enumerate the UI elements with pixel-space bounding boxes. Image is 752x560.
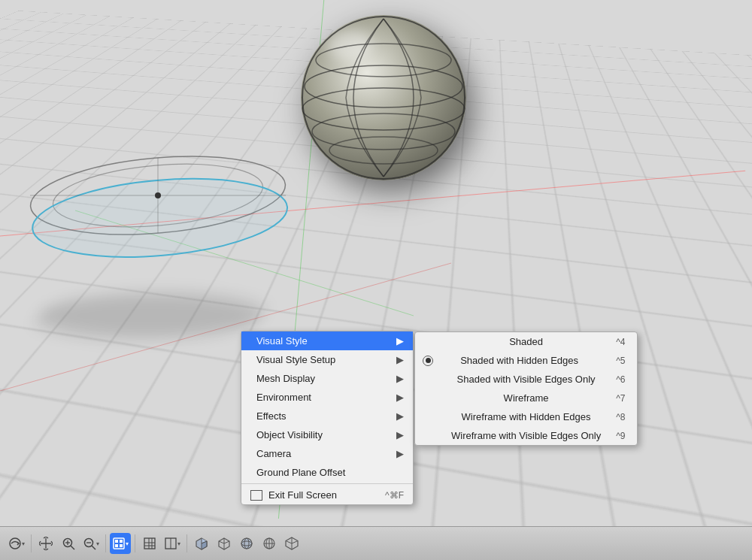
grid-button[interactable] bbox=[139, 533, 160, 554]
fullscreen-icon bbox=[250, 490, 262, 501]
zoom-region-button[interactable]: ▾ bbox=[80, 533, 102, 554]
svg-line-35 bbox=[219, 541, 224, 543]
view-corner-icon bbox=[285, 537, 299, 550]
menu-separator bbox=[241, 483, 413, 484]
arrow-icon: ▶ bbox=[396, 354, 404, 365]
svg-point-4 bbox=[29, 169, 290, 266]
panel-dropdown-arrow[interactable]: ▾ bbox=[177, 540, 180, 547]
sphere-container bbox=[301, 15, 466, 180]
viewport: Visual Style ▶ Visual Style Setup ▶ Mesh… bbox=[0, 0, 752, 526]
zoom-fit-icon bbox=[62, 537, 75, 550]
sep3 bbox=[135, 534, 135, 552]
submenu-item-wireframe-visible[interactable]: Wireframe with Visible Edges Only ^9 bbox=[415, 426, 637, 445]
grid-icon bbox=[143, 537, 156, 550]
arrow-icon: ▶ bbox=[396, 429, 404, 440]
sphere-wireframe bbox=[301, 15, 466, 180]
view-shaded-button[interactable] bbox=[191, 533, 212, 554]
context-menu: Visual Style ▶ Visual Style Setup ▶ Mesh… bbox=[241, 331, 414, 505]
zoom-region-icon bbox=[83, 537, 96, 550]
menu-item-effects[interactable]: Effects ▶ bbox=[241, 407, 413, 425]
view-shaded-icon bbox=[195, 537, 208, 550]
submenu-item-wireframe-hidden[interactable]: Wireframe with Hidden Edges ^8 bbox=[415, 407, 637, 426]
svg-rect-23 bbox=[120, 540, 123, 543]
visual-style-submenu: Shaded ^4 Shaded with Hidden Edges ^5 Sh… bbox=[414, 331, 638, 446]
svg-point-8 bbox=[305, 65, 462, 107]
arrow-icon: ▶ bbox=[396, 335, 404, 347]
svg-line-15 bbox=[71, 546, 74, 549]
svg-point-10 bbox=[312, 114, 455, 150]
menu-item-visual-style[interactable]: Visual Style ▶ bbox=[241, 331, 413, 350]
menu-item-ground-plane[interactable]: Ground Plane Offset bbox=[241, 463, 413, 482]
arrow-icon: ▶ bbox=[396, 410, 404, 422]
pan-button[interactable] bbox=[35, 533, 56, 554]
display-dropdown-arrow[interactable]: ▾ bbox=[126, 540, 129, 547]
arrow-icon: ▶ bbox=[396, 373, 404, 384]
menu-item-visual-style-setup[interactable]: Visual Style Setup ▶ bbox=[241, 350, 413, 369]
display-mode-button[interactable]: ▾ bbox=[110, 533, 131, 554]
orbit-dropdown-arrow[interactable]: ▾ bbox=[22, 540, 25, 547]
pan-icon bbox=[39, 537, 53, 550]
svg-point-12 bbox=[302, 17, 465, 179]
arrow-icon: ▶ bbox=[396, 448, 404, 459]
view-wireframe-button[interactable] bbox=[214, 533, 235, 554]
menu-item-camera[interactable]: Camera ▶ bbox=[241, 444, 413, 463]
svg-rect-25 bbox=[120, 544, 123, 547]
disk-container bbox=[23, 60, 293, 331]
submenu-item-shaded-hidden[interactable]: Shaded with Hidden Edges ^5 bbox=[415, 351, 637, 370]
view-globe-button[interactable] bbox=[259, 533, 280, 554]
menu-item-mesh-display[interactable]: Mesh Display ▶ bbox=[241, 369, 413, 388]
view-corner-button[interactable] bbox=[281, 533, 302, 554]
svg-point-7 bbox=[316, 44, 451, 77]
svg-point-37 bbox=[241, 538, 252, 549]
submenu-item-shaded[interactable]: Shaded ^4 bbox=[415, 332, 637, 351]
svg-line-19 bbox=[92, 546, 96, 549]
zoom-dropdown-arrow[interactable]: ▾ bbox=[96, 540, 99, 547]
orbit-button[interactable]: ▾ bbox=[6, 533, 27, 554]
svg-line-34 bbox=[224, 541, 229, 543]
orbit-icon bbox=[8, 537, 22, 550]
view-globe-icon bbox=[262, 537, 276, 550]
svg-point-9 bbox=[302, 88, 465, 130]
sep2 bbox=[105, 534, 106, 552]
sep1 bbox=[31, 534, 32, 552]
view-wireframe-icon bbox=[217, 537, 231, 550]
radio-selected-icon bbox=[423, 356, 433, 366]
3d-sphere bbox=[301, 15, 466, 180]
disk-center bbox=[155, 192, 161, 198]
display-mode-icon bbox=[112, 537, 126, 550]
sep4 bbox=[186, 534, 187, 552]
submenu-item-wireframe[interactable]: Wireframe ^7 bbox=[415, 389, 637, 407]
view-sphere-icon bbox=[240, 537, 253, 550]
svg-rect-26 bbox=[144, 538, 155, 549]
zoom-fit-button[interactable] bbox=[58, 533, 79, 554]
arrow-icon: ▶ bbox=[396, 392, 404, 403]
panel-icon bbox=[164, 537, 177, 550]
panel-button[interactable]: ▾ bbox=[162, 533, 183, 554]
svg-rect-22 bbox=[115, 540, 118, 543]
svg-rect-24 bbox=[115, 544, 118, 547]
menu-item-exit-fullscreen[interactable]: Exit Full Screen ^⌘F bbox=[241, 486, 413, 504]
toolbar: ▾ ▾ ▾ bbox=[0, 526, 752, 560]
view-sphere-button[interactable] bbox=[236, 533, 257, 554]
menu-item-environment[interactable]: Environment ▶ bbox=[241, 388, 413, 407]
svg-point-11 bbox=[329, 137, 438, 164]
menu-item-object-visibility[interactable]: Object Visibility ▶ bbox=[241, 425, 413, 444]
submenu-item-shaded-visible[interactable]: Shaded with Visible Edges Only ^6 bbox=[415, 370, 637, 389]
